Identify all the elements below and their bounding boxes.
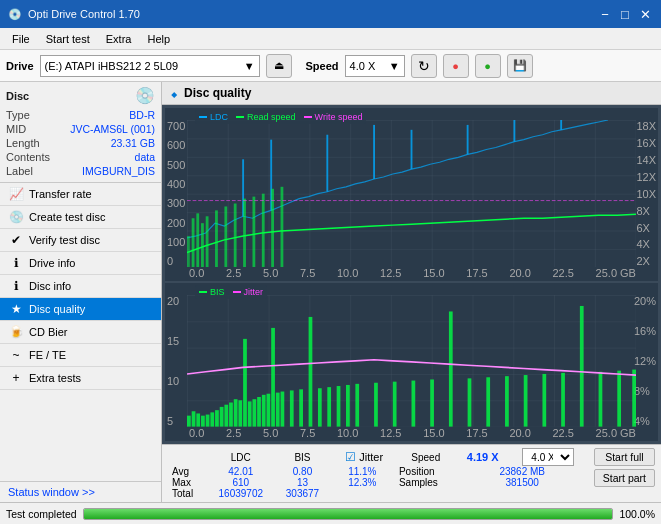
verify-test-disc-icon: ✔: [8, 233, 24, 247]
speed-selector[interactable]: 4.0 X: [522, 448, 574, 466]
svg-rect-44: [281, 392, 285, 427]
col-speed-sel: 4.0 X: [509, 448, 588, 466]
sidebar-item-transfer-rate[interactable]: 📈 Transfer rate: [0, 183, 161, 206]
svg-rect-51: [346, 385, 350, 427]
write-speed-color: [304, 116, 312, 118]
svg-rect-12: [201, 223, 204, 267]
svg-rect-24: [187, 416, 191, 427]
svg-rect-40: [262, 395, 266, 427]
svg-rect-55: [412, 381, 416, 427]
disc-section: Disc 💿 Type BD-R MID JVC-AMS6L (001) Len…: [0, 82, 161, 183]
status-bar: Test completed 100.0%: [0, 502, 661, 524]
sidebar-item-cd-bier[interactable]: 🍺 CD Bier: [0, 321, 161, 344]
svg-rect-60: [505, 377, 509, 427]
speed-dropdown[interactable]: 4.0 X ▼: [345, 55, 405, 77]
speed-value: 4.0 X: [350, 60, 376, 72]
sidebar: Disc 💿 Type BD-R MID JVC-AMS6L (001) Len…: [0, 82, 162, 502]
drive-dropdown-arrow: ▼: [244, 60, 255, 72]
chart2-y-right: 20% 16% 12% 8% 4%: [634, 283, 656, 441]
jitter-checkbox[interactable]: ☑: [345, 450, 356, 464]
length-value: 23.31 GB: [111, 137, 155, 149]
sidebar-item-disc-quality[interactable]: ★ Disc quality: [0, 298, 161, 321]
chart1-y-left: 700 600 500 400 300 200 100 0: [167, 108, 185, 281]
save-button[interactable]: 💾: [507, 54, 533, 78]
svg-rect-21: [281, 187, 284, 268]
extra-tests-icon: +: [8, 371, 24, 385]
cd-bier-label: CD Bier: [29, 326, 68, 338]
progress-bar-fill: [84, 509, 612, 519]
save-icon: 💾: [513, 59, 527, 72]
refresh-button[interactable]: ↻: [411, 54, 437, 78]
svg-rect-48: [318, 389, 322, 427]
svg-rect-67: [632, 370, 636, 427]
sidebar-item-create-test-disc[interactable]: 💿 Create test disc: [0, 206, 161, 229]
col-blank: [168, 448, 206, 466]
chart1-y-right: 18X 16X 14X 12X 10X 8X 6X 4X 2X: [636, 108, 656, 281]
svg-rect-49: [327, 388, 331, 427]
minimize-button[interactable]: −: [597, 6, 613, 22]
svg-rect-31: [220, 407, 224, 427]
speed-dropdown-arrow: ▼: [389, 60, 400, 72]
svg-rect-53: [374, 383, 378, 427]
eject-button[interactable]: ⏏: [266, 54, 292, 78]
svg-rect-9: [187, 236, 190, 267]
disc-info-icon: ℹ: [8, 279, 24, 293]
svg-rect-10: [192, 218, 195, 267]
sidebar-item-disc-info[interactable]: ℹ Disc info: [0, 275, 161, 298]
chart2-y-left: 20 15 10 5: [167, 283, 179, 441]
menu-extra[interactable]: Extra: [98, 31, 140, 47]
svg-rect-63: [561, 373, 565, 427]
mid-value: JVC-AMS6L (001): [70, 123, 155, 135]
close-button[interactable]: ✕: [637, 6, 653, 22]
svg-rect-62: [542, 374, 546, 427]
avg-ldc: 42.01: [206, 466, 275, 477]
disc-header: Disc 💿: [6, 86, 155, 105]
contents-value: data: [135, 151, 155, 163]
svg-rect-37: [248, 402, 252, 427]
type-value: BD-R: [129, 109, 155, 121]
stats-avg-row: Avg 42.01 0.80 11.1% Position 23862 MB: [168, 466, 588, 477]
position-label: Position: [395, 466, 457, 477]
jitter-label: Jitter: [244, 287, 264, 297]
verify-button[interactable]: ●: [475, 54, 501, 78]
maximize-button[interactable]: □: [617, 6, 633, 22]
status-window-button[interactable]: Status window >>: [0, 481, 161, 502]
drive-info-label: Drive info: [29, 257, 75, 269]
samples-value: 381500: [457, 477, 588, 488]
stats-data-table: LDC BIS ☑ Jitter Speed 4.19 X: [168, 448, 588, 499]
svg-rect-29: [210, 413, 214, 427]
status-text: Test completed: [6, 508, 77, 520]
svg-rect-46: [299, 390, 303, 427]
menu-file[interactable]: File: [4, 31, 38, 47]
length-label: Length: [6, 137, 40, 149]
menu-start-test[interactable]: Start test: [38, 31, 98, 47]
disc-quality-title: Disc quality: [184, 86, 251, 100]
speed-stat-value: 4.19 X: [467, 451, 499, 463]
chart-ldc: LDC Read speed Write speed 700 600 50: [165, 108, 658, 281]
app-icon: 💿: [8, 8, 22, 21]
svg-rect-16: [234, 204, 237, 268]
svg-rect-35: [238, 401, 242, 427]
start-full-button[interactable]: Start full: [594, 448, 655, 466]
title-bar-controls: − □ ✕: [597, 6, 653, 22]
menu-help[interactable]: Help: [139, 31, 178, 47]
sidebar-item-fe-te[interactable]: ~ FE / TE: [0, 344, 161, 367]
progress-bar-container: [83, 508, 613, 520]
burn-button[interactable]: ●: [443, 54, 469, 78]
svg-rect-38: [252, 400, 256, 427]
sidebar-item-extra-tests[interactable]: + Extra tests: [0, 367, 161, 390]
transfer-rate-icon: 📈: [8, 187, 24, 201]
col-speed-val: 4.19 X: [457, 448, 509, 466]
drive-label: Drive: [6, 60, 34, 72]
svg-rect-33: [229, 403, 233, 427]
max-ldc: 610: [206, 477, 275, 488]
burn-icon: ●: [452, 60, 459, 72]
disc-info-label: Disc info: [29, 280, 71, 292]
sidebar-item-verify-test-disc[interactable]: ✔ Verify test disc: [0, 229, 161, 252]
eject-icon: ⏏: [274, 59, 284, 72]
sidebar-item-drive-info[interactable]: ℹ Drive info: [0, 252, 161, 275]
title-bar: 💿 Opti Drive Control 1.70 − □ ✕: [0, 0, 661, 28]
status-window-label: Status window >>: [8, 486, 95, 498]
drive-dropdown[interactable]: (E:) ATAPI iHBS212 2 5L09 ▼: [40, 55, 260, 77]
start-part-button[interactable]: Start part: [594, 469, 655, 487]
